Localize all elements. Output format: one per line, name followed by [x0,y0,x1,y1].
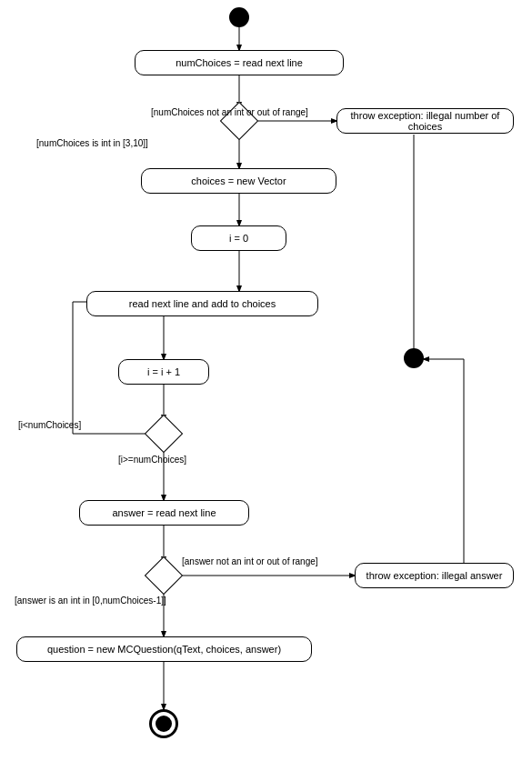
question-new-node: question = new MCQuestion(qText, choices… [16,636,312,662]
guard6-label: [answer is an int in [0,numChoices-1]] [15,596,166,606]
throw-illegal-answer-node: throw exception: illegal answer [355,563,514,588]
guard2-label: [numChoices is int in [3,10]] [36,138,148,148]
decision3-node [145,556,183,595]
activity-diagram: numChoices = read next line throw except… [0,0,532,761]
end-node [149,709,178,738]
merge-node [404,348,424,368]
choices-new-vector-node: choices = new Vector [141,168,336,194]
throw-illegal-choices-node: throw exception: illegal number of choic… [336,108,514,134]
guard3-label: [i<numChoices] [18,420,81,430]
guard4-label: [i>=numChoices] [118,455,186,465]
answer-read-node: answer = read next line [79,500,249,526]
decision2-node [145,415,183,453]
read-next-line-node: read next line and add to choices [86,291,318,316]
guard5-label: [answer not an int or out of range] [182,556,318,566]
i-increment-node: i = i + 1 [118,359,209,385]
i-equals-0-node: i = 0 [191,225,286,251]
num-choices-read-node: numChoices = read next line [135,50,344,75]
start-node [229,7,249,27]
guard1-label: [numChoices not an int or out of range] [151,107,308,117]
